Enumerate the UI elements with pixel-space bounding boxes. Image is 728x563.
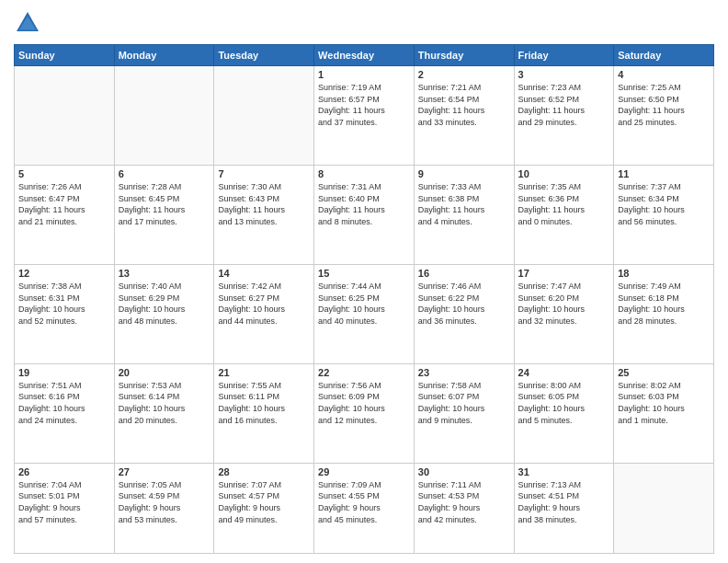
day-info: Sunrise: 7:49 AM Sunset: 6:18 PM Dayligh… bbox=[618, 281, 710, 327]
calendar-cell bbox=[214, 66, 314, 166]
week-row-0: 1Sunrise: 7:19 AM Sunset: 6:57 PM Daylig… bbox=[15, 66, 714, 166]
weekday-header-tuesday: Tuesday bbox=[214, 45, 314, 66]
calendar-cell: 21Sunrise: 7:55 AM Sunset: 6:11 PM Dayli… bbox=[214, 363, 314, 463]
day-number: 23 bbox=[418, 367, 510, 378]
day-number: 26 bbox=[18, 466, 110, 477]
day-number: 6 bbox=[119, 168, 210, 179]
calendar-cell bbox=[114, 66, 214, 166]
day-info: Sunrise: 7:53 AM Sunset: 6:14 PM Dayligh… bbox=[119, 380, 210, 426]
calendar-cell: 26Sunrise: 7:04 AM Sunset: 5:01 PM Dayli… bbox=[15, 463, 115, 553]
day-info: Sunrise: 7:25 AM Sunset: 6:50 PM Dayligh… bbox=[618, 82, 710, 128]
calendar-cell: 27Sunrise: 7:05 AM Sunset: 4:59 PM Dayli… bbox=[114, 463, 214, 553]
week-row-1: 5Sunrise: 7:26 AM Sunset: 6:47 PM Daylig… bbox=[15, 165, 714, 264]
day-info: Sunrise: 7:28 AM Sunset: 6:45 PM Dayligh… bbox=[119, 181, 210, 227]
calendar-cell: 20Sunrise: 7:53 AM Sunset: 6:14 PM Dayli… bbox=[114, 363, 214, 463]
day-number: 30 bbox=[418, 466, 510, 477]
weekday-header-sunday: Sunday bbox=[15, 45, 115, 66]
day-number: 28 bbox=[218, 466, 310, 477]
day-number: 29 bbox=[318, 466, 410, 477]
calendar-cell: 28Sunrise: 7:07 AM Sunset: 4:57 PM Dayli… bbox=[214, 463, 314, 553]
calendar-cell: 9Sunrise: 7:33 AM Sunset: 6:38 PM Daylig… bbox=[414, 165, 514, 264]
day-number: 7 bbox=[218, 168, 310, 179]
day-number: 25 bbox=[618, 367, 710, 378]
day-info: Sunrise: 7:42 AM Sunset: 6:27 PM Dayligh… bbox=[218, 281, 310, 327]
day-number: 9 bbox=[418, 168, 510, 179]
day-info: Sunrise: 7:31 AM Sunset: 6:40 PM Dayligh… bbox=[318, 181, 410, 227]
day-number: 17 bbox=[518, 268, 610, 279]
day-info: Sunrise: 7:04 AM Sunset: 5:01 PM Dayligh… bbox=[18, 479, 110, 525]
day-info: Sunrise: 7:51 AM Sunset: 6:16 PM Dayligh… bbox=[18, 380, 110, 426]
weekday-header-thursday: Thursday bbox=[414, 45, 514, 66]
day-number: 3 bbox=[518, 69, 610, 80]
page: SundayMondayTuesdayWednesdayThursdayFrid… bbox=[0, 0, 728, 563]
day-number: 19 bbox=[18, 367, 110, 378]
calendar-cell: 18Sunrise: 7:49 AM Sunset: 6:18 PM Dayli… bbox=[614, 264, 714, 363]
day-number: 20 bbox=[119, 367, 210, 378]
day-number: 13 bbox=[119, 268, 210, 279]
logo bbox=[14, 9, 45, 37]
weekday-header-monday: Monday bbox=[114, 45, 214, 66]
weekday-header-wednesday: Wednesday bbox=[314, 45, 415, 66]
day-number: 21 bbox=[218, 367, 310, 378]
day-info: Sunrise: 7:44 AM Sunset: 6:25 PM Dayligh… bbox=[318, 281, 410, 327]
day-number: 4 bbox=[618, 69, 710, 80]
day-info: Sunrise: 7:33 AM Sunset: 6:38 PM Dayligh… bbox=[418, 181, 510, 227]
day-info: Sunrise: 7:47 AM Sunset: 6:20 PM Dayligh… bbox=[518, 281, 610, 327]
calendar-cell: 7Sunrise: 7:30 AM Sunset: 6:43 PM Daylig… bbox=[214, 165, 314, 264]
day-info: Sunrise: 8:00 AM Sunset: 6:05 PM Dayligh… bbox=[518, 380, 610, 426]
day-info: Sunrise: 7:09 AM Sunset: 4:55 PM Dayligh… bbox=[318, 479, 410, 525]
day-number: 16 bbox=[418, 268, 510, 279]
day-number: 15 bbox=[318, 268, 410, 279]
calendar-cell: 14Sunrise: 7:42 AM Sunset: 6:27 PM Dayli… bbox=[214, 264, 314, 363]
calendar-cell: 22Sunrise: 7:56 AM Sunset: 6:09 PM Dayli… bbox=[314, 363, 415, 463]
day-info: Sunrise: 7:40 AM Sunset: 6:29 PM Dayligh… bbox=[119, 281, 210, 327]
day-info: Sunrise: 7:35 AM Sunset: 6:36 PM Dayligh… bbox=[518, 181, 610, 227]
day-number: 27 bbox=[119, 466, 210, 477]
day-info: Sunrise: 7:46 AM Sunset: 6:22 PM Dayligh… bbox=[418, 281, 510, 327]
day-info: Sunrise: 7:37 AM Sunset: 6:34 PM Dayligh… bbox=[618, 181, 710, 227]
day-number: 31 bbox=[518, 466, 610, 477]
calendar-cell bbox=[614, 463, 714, 553]
day-info: Sunrise: 7:21 AM Sunset: 6:54 PM Dayligh… bbox=[418, 82, 510, 128]
calendar-cell: 11Sunrise: 7:37 AM Sunset: 6:34 PM Dayli… bbox=[614, 165, 714, 264]
calendar-cell: 19Sunrise: 7:51 AM Sunset: 6:16 PM Dayli… bbox=[15, 363, 115, 463]
calendar-cell: 4Sunrise: 7:25 AM Sunset: 6:50 PM Daylig… bbox=[614, 66, 714, 166]
day-number: 10 bbox=[518, 168, 610, 179]
day-info: Sunrise: 7:19 AM Sunset: 6:57 PM Dayligh… bbox=[318, 82, 410, 128]
calendar-cell: 6Sunrise: 7:28 AM Sunset: 6:45 PM Daylig… bbox=[114, 165, 214, 264]
day-number: 1 bbox=[318, 69, 410, 80]
day-info: Sunrise: 8:02 AM Sunset: 6:03 PM Dayligh… bbox=[618, 380, 710, 426]
day-info: Sunrise: 7:13 AM Sunset: 4:51 PM Dayligh… bbox=[518, 479, 610, 525]
calendar-cell: 12Sunrise: 7:38 AM Sunset: 6:31 PM Dayli… bbox=[15, 264, 115, 363]
calendar-cell: 30Sunrise: 7:11 AM Sunset: 4:53 PM Dayli… bbox=[414, 463, 514, 553]
calendar-cell: 8Sunrise: 7:31 AM Sunset: 6:40 PM Daylig… bbox=[314, 165, 415, 264]
day-number: 11 bbox=[618, 168, 710, 179]
week-row-3: 19Sunrise: 7:51 AM Sunset: 6:16 PM Dayli… bbox=[15, 363, 714, 463]
calendar-cell: 24Sunrise: 8:00 AM Sunset: 6:05 PM Dayli… bbox=[514, 363, 614, 463]
calendar-cell: 1Sunrise: 7:19 AM Sunset: 6:57 PM Daylig… bbox=[314, 66, 415, 166]
day-number: 18 bbox=[618, 268, 710, 279]
day-info: Sunrise: 7:58 AM Sunset: 6:07 PM Dayligh… bbox=[418, 380, 510, 426]
calendar-cell: 13Sunrise: 7:40 AM Sunset: 6:29 PM Dayli… bbox=[114, 264, 214, 363]
weekday-header-saturday: Saturday bbox=[614, 45, 714, 66]
day-info: Sunrise: 7:23 AM Sunset: 6:52 PM Dayligh… bbox=[518, 82, 610, 128]
calendar-cell bbox=[15, 66, 115, 166]
calendar-cell: 3Sunrise: 7:23 AM Sunset: 6:52 PM Daylig… bbox=[514, 66, 614, 166]
day-number: 14 bbox=[218, 268, 310, 279]
calendar-cell: 25Sunrise: 8:02 AM Sunset: 6:03 PM Dayli… bbox=[614, 363, 714, 463]
day-info: Sunrise: 7:55 AM Sunset: 6:11 PM Dayligh… bbox=[218, 380, 310, 426]
day-info: Sunrise: 7:56 AM Sunset: 6:09 PM Dayligh… bbox=[318, 380, 410, 426]
day-info: Sunrise: 7:11 AM Sunset: 4:53 PM Dayligh… bbox=[418, 479, 510, 525]
calendar-cell: 2Sunrise: 7:21 AM Sunset: 6:54 PM Daylig… bbox=[414, 66, 514, 166]
calendar-cell: 29Sunrise: 7:09 AM Sunset: 4:55 PM Dayli… bbox=[314, 463, 415, 553]
day-info: Sunrise: 7:30 AM Sunset: 6:43 PM Dayligh… bbox=[218, 181, 310, 227]
calendar-cell: 31Sunrise: 7:13 AM Sunset: 4:51 PM Dayli… bbox=[514, 463, 614, 553]
weekday-header-row: SundayMondayTuesdayWednesdayThursdayFrid… bbox=[15, 45, 714, 66]
day-number: 5 bbox=[18, 168, 110, 179]
calendar-cell: 15Sunrise: 7:44 AM Sunset: 6:25 PM Dayli… bbox=[314, 264, 415, 363]
calendar-cell: 5Sunrise: 7:26 AM Sunset: 6:47 PM Daylig… bbox=[15, 165, 115, 264]
day-info: Sunrise: 7:05 AM Sunset: 4:59 PM Dayligh… bbox=[119, 479, 210, 525]
day-number: 22 bbox=[318, 367, 410, 378]
weekday-header-friday: Friday bbox=[514, 45, 614, 66]
day-info: Sunrise: 7:38 AM Sunset: 6:31 PM Dayligh… bbox=[18, 281, 110, 327]
